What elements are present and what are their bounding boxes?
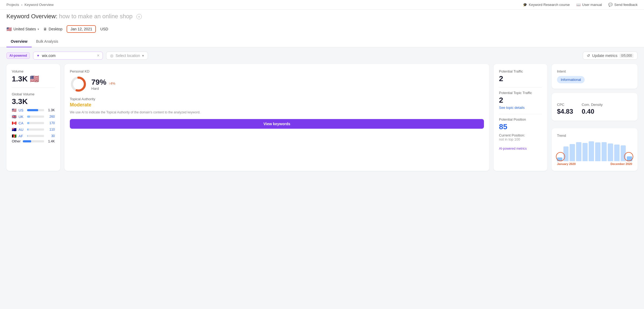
country-chevron-icon: ▾ [38, 28, 39, 31]
date-filter[interactable]: Jan 12, 2021 [67, 25, 96, 33]
kd-label: Personal KD [70, 69, 484, 73]
country-list: 🇺🇸 US 1.3K 🇬🇧 UK 260 🇨🇦 CA 170 🇦🇺 AU [12, 108, 55, 138]
tabs: Overview Bulk Analysis [0, 36, 644, 47]
other-bar-wrap [23, 140, 44, 142]
volume-flag: 🇺🇸 [30, 74, 39, 83]
country-code-AU[interactable]: AU [19, 128, 25, 132]
view-keywords-button[interactable]: View keywords [70, 119, 484, 129]
trend-bar-3 [576, 142, 581, 161]
trend-labels: January 2020 December 2020 [557, 162, 632, 166]
trend-bar-1 [563, 146, 569, 161]
feedback-link[interactable]: 💬 Send feedback [608, 3, 638, 7]
location-placeholder: Select location [115, 53, 140, 58]
country-bar-US [27, 109, 38, 111]
country-bar-wrap-AU [27, 128, 44, 131]
breadcrumb-current: Keyword Overview [24, 3, 53, 7]
country-value-AU: 110 [46, 128, 55, 131]
ai-powered-badge: AI-powered [6, 52, 30, 59]
page-header: Keyword Overview: how to make an online … [0, 10, 644, 36]
volume-value: 1.3K 🇺🇸 [12, 74, 55, 83]
page-title: Keyword Overview: how to make an online … [6, 13, 638, 20]
country-row: 🇦🇺 AU 110 [12, 127, 55, 132]
country-flag-AU: 🇦🇺 [12, 127, 16, 132]
current-pos-value: not in top 100 [499, 137, 542, 141]
donut-wrap: 79% ↑4% Hard [70, 76, 484, 93]
tab-bulk-analysis[interactable]: Bulk Analysis [32, 36, 62, 47]
currency-filter[interactable]: USD [100, 27, 108, 31]
donut-chart [70, 76, 87, 93]
trend-bar-4 [583, 143, 588, 161]
country-code-CA[interactable]: CA [19, 121, 25, 125]
course-link[interactable]: 🎓 Keyword Research course [523, 3, 570, 7]
country-code-US[interactable]: US [19, 108, 25, 112]
title-keyword: how to make an online shop [59, 13, 133, 20]
feedback-icon: 💬 [608, 3, 613, 7]
other-label: Other [12, 139, 21, 143]
potential-topic-section: Potential Topic Traffic 2 See topic deta… [499, 91, 542, 110]
trend-bar-0 [557, 157, 562, 161]
domain-input[interactable] [42, 53, 95, 58]
device-label: Desktop [49, 27, 62, 31]
country-bar-wrap-AF [27, 135, 44, 137]
country-row: 🇦🇫 AF 30 [12, 134, 55, 138]
volume-label: Volume [12, 69, 55, 73]
date-label: Jan 12, 2021 [70, 27, 92, 31]
kd-card: Personal KD 79% ↑4% Hard Topical Authori… [64, 64, 489, 171]
country-name: United States [13, 27, 36, 31]
country-flag-US: 🇺🇸 [12, 108, 16, 112]
country-row: 🇬🇧 UK 260 [12, 114, 55, 119]
country-bar-wrap-UK [27, 116, 44, 118]
country-row: 🇨🇦 CA 170 [12, 121, 55, 125]
country-filter[interactable]: 🇺🇸 United States ▾ [6, 27, 39, 32]
domain-input-wrap[interactable]: ✦ × [33, 52, 103, 60]
manual-link[interactable]: 📖 User manual [576, 3, 602, 7]
manual-icon: 📖 [576, 3, 581, 7]
intent-badge: Informational [557, 76, 585, 83]
trend-card: Trend January 2020 December 2020 [552, 128, 638, 171]
topical-authority-label: Topical Authority [70, 97, 484, 101]
cpc-item: CPC $4.83 [557, 103, 573, 115]
device-filter[interactable]: 🖥 Desktop [43, 27, 62, 31]
course-icon: 🎓 [523, 3, 527, 7]
potential-traffic-section: Potential Traffic 2 [499, 69, 542, 83]
refresh-icon: ↺ [587, 53, 590, 58]
potential-topic-value: 2 [499, 96, 542, 105]
topical-description: We use AI to indicate the Topical Author… [70, 110, 484, 115]
trend-bar-7 [602, 142, 607, 161]
update-label: Update metrics [592, 53, 617, 58]
currency-label: USD [100, 27, 108, 31]
trend-bar-2 [570, 144, 575, 161]
trend-label: Trend [557, 134, 632, 138]
tab-overview[interactable]: Overview [6, 36, 32, 47]
potential-position-section: Potential Position 85 Current Position: … [499, 117, 542, 141]
country-flag-CA: 🇨🇦 [12, 121, 16, 125]
trend-label-december: December 2020 [610, 162, 632, 166]
country-flag-UK: 🇬🇧 [12, 114, 16, 119]
density-value: 0.40 [582, 108, 603, 115]
ai-powered-footer: AI-powered metrics [499, 147, 542, 150]
country-code-AF[interactable]: AF [19, 134, 25, 138]
breadcrumb-projects[interactable]: Projects [6, 3, 19, 7]
density-item: Com. Density 0.40 [582, 103, 603, 115]
clear-input-button[interactable]: × [97, 53, 99, 58]
trend-bar-5 [589, 141, 594, 161]
see-topic-link[interactable]: See topic details [499, 106, 542, 110]
country-code-UK[interactable]: UK [19, 115, 25, 119]
country-bar-AF [27, 135, 28, 137]
potential-traffic-value: 2 [499, 74, 542, 83]
other-row: Other 1.4K [12, 139, 55, 143]
breadcrumb-separator: › [21, 3, 22, 7]
top-nav-links: 🎓 Keyword Research course 📖 User manual … [523, 3, 638, 7]
density-label: Com. Density [582, 103, 603, 107]
potential-traffic-label: Potential Traffic [499, 69, 542, 73]
update-metrics-button[interactable]: ↺ Update metrics 0/5,000 [583, 52, 638, 60]
country-value-US: 1.3K [46, 108, 55, 112]
location-select[interactable]: ◎ Select location ▾ [106, 52, 148, 60]
volume-card: Volume 1.3K 🇺🇸 Global Volume 3.3K 🇺🇸 US … [6, 64, 60, 171]
country-value-AF: 30 [46, 134, 55, 138]
country-bar-AU [27, 128, 28, 131]
add-keyword-button[interactable]: + [136, 14, 142, 19]
cpc-card: CPC $4.83 Com. Density 0.40 [552, 93, 638, 121]
trend-chart-wrap: January 2020 December 2020 [557, 140, 632, 166]
global-volume-value: 3.3K [12, 97, 55, 106]
